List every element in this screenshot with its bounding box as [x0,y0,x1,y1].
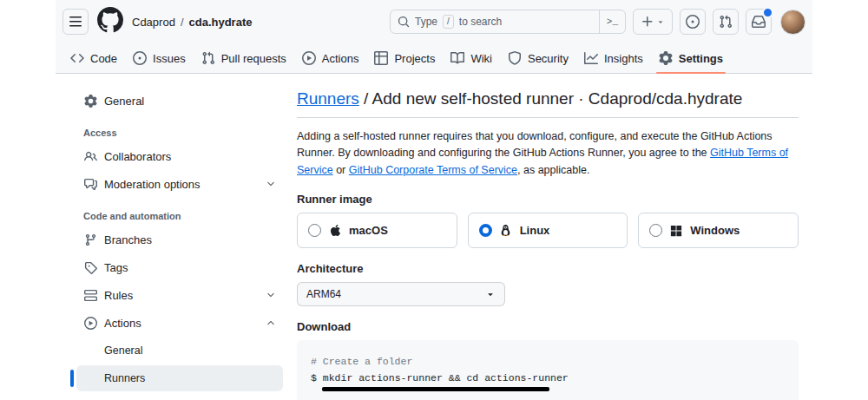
option-label: macOS [349,224,388,237]
sidebar-item-collaborators[interactable]: Collaborators [76,143,283,169]
tab-label: Pull requests [221,52,286,65]
gear-icon [659,51,673,65]
sidebar-item-label: Branches [104,233,152,246]
runner-image-option-macos[interactable]: macOS [297,213,457,248]
sidebar-item-label: General [104,344,142,357]
linux-icon [499,224,513,237]
git-branch-icon [83,233,97,246]
github-logo[interactable] [97,7,123,36]
code-command: mkdir actions-runner && cd actions-runne… [323,372,569,384]
play-icon [302,51,316,65]
tab-label: Wiki [470,52,492,65]
sidebar-item-rules[interactable]: Rules [76,282,283,308]
tab-wiki[interactable]: Wiki [443,43,500,73]
git-pull-request-icon [201,51,215,65]
tab-projects[interactable]: Projects [366,43,443,73]
pull-requests-dashboard-button[interactable] [713,9,739,35]
shield-icon [508,51,522,65]
hamburger-icon [69,15,82,29]
tab-label: Security [528,52,569,65]
sidebar-item-label: Runners [104,372,145,384]
create-new-button[interactable] [633,9,673,35]
unread-notification-dot [762,7,773,18]
caret-down-icon [656,17,665,26]
active-indicator [70,370,74,387]
radio-macos[interactable] [308,224,321,237]
radio-linux-selected[interactable] [479,224,492,237]
title-divider [297,117,799,118]
tab-label: Insights [604,52,643,65]
runner-image-options: macOS Linux Windows [297,213,799,248]
download-label: Download [297,320,799,333]
plus-icon [641,15,654,29]
intro-text-1: Adding a self-hosted runner requires tha… [297,130,773,159]
tab-insights[interactable]: Insights [576,43,651,73]
sidebar-section-access: Access [76,115,283,143]
github-settings-page: Cdaprod / cda.hydrate Type / to search >… [0,0,868,400]
sidebar-item-label: Collaborators [104,150,171,163]
radio-windows[interactable] [649,224,662,237]
sidebar-item-tags[interactable]: Tags [76,254,283,280]
tab-code[interactable]: Code [62,43,125,73]
tab-label: Code [90,52,117,65]
page-frame: Cdaprod / cda.hydrate Type / to search >… [56,0,812,400]
runners-breadcrumb-link[interactable]: Runners [297,89,359,108]
code-comment-line: # Create a folder [311,354,785,370]
tab-issues[interactable]: Issues [125,43,194,73]
book-icon [450,51,464,65]
gear-icon [83,95,97,108]
sidebar-item-label: General [104,95,144,108]
tab-label: Settings [679,52,723,65]
user-avatar[interactable] [780,10,806,35]
command-palette-button[interactable]: >_ [599,10,618,33]
sidebar-item-label: Tags [104,261,128,274]
download-code-block: # Create a folder $ mkdir actions-runner… [297,340,799,400]
search-placeholder-suffix: to search [459,16,502,28]
app-header: Cdaprod / cda.hydrate Type / to search >… [56,0,812,74]
chevron-down-icon [266,179,276,189]
settings-sidebar: General Access Collaborators Moderation … [69,88,283,400]
global-nav-menu-button[interactable] [62,9,89,35]
code-command-line: $ mkdir actions-runner && cd actions-run… [311,370,785,387]
chevron-up-icon [266,318,276,328]
comment-discussion-icon [83,178,97,191]
architecture-select[interactable]: ARM64 [297,282,505,306]
tab-label: Issues [153,52,186,65]
tab-label: Projects [394,52,435,65]
tab-actions[interactable]: Actions [294,43,367,73]
search-placeholder-prefix: Type [415,16,437,28]
sidebar-item-actions-general[interactable]: General [76,338,283,364]
sidebar-item-label: Actions [104,317,141,330]
windows-icon [669,225,683,237]
architecture-selected-value: ARM64 [306,288,341,300]
option-label: Windows [690,224,740,237]
sidebar-item-label: Moderation options [104,178,201,191]
sidebar-item-general[interactable]: General [76,88,283,114]
sidebar-item-actions-runners[interactable]: Runners [76,365,283,391]
runner-image-option-windows[interactable]: Windows [638,213,799,248]
code-icon [70,51,84,65]
corporate-terms-of-service-link[interactable]: GitHub Corporate Terms of Service [349,164,517,176]
rules-icon [83,289,97,302]
chevron-down-icon [266,290,276,300]
sidebar-item-moderation-options[interactable]: Moderation options [76,171,283,197]
search-input[interactable]: Type / to search >_ [390,10,626,34]
breadcrumb-separator: / [181,16,184,29]
apple-icon [328,224,342,237]
tab-security[interactable]: Security [500,43,576,73]
tab-pull-requests[interactable]: Pull requests [194,43,294,73]
breadcrumb-repo[interactable]: cda.hydrate [189,16,253,29]
sidebar-item-actions[interactable]: Actions [76,310,283,336]
breadcrumb-owner[interactable]: Cdaprod [132,16,175,29]
slash-key-hint: / [443,15,454,29]
notifications-button[interactable] [746,9,772,35]
issues-dashboard-button[interactable] [680,9,706,35]
intro-text-2: or [333,164,349,176]
sidebar-item-branches[interactable]: Branches [76,226,283,252]
triangle-down-icon [485,289,496,299]
runner-image-label: Runner image [297,193,799,206]
tab-settings[interactable]: Settings [651,43,731,73]
architecture-label: Architecture [297,262,799,275]
breadcrumb: Cdaprod / cda.hydrate [132,16,252,29]
runner-image-option-linux[interactable]: Linux [468,213,628,248]
